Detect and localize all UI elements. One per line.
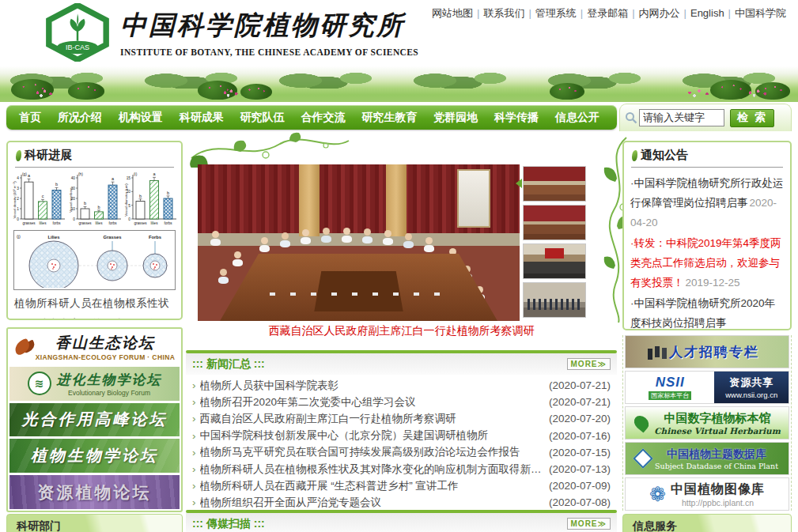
- carousel-thumbnail-assembly-photo[interactable]: [523, 243, 586, 279]
- svg-text:4: 4: [17, 176, 19, 180]
- news-item[interactable]: ›植物所组织召开全面从严治党专题会议(2020-07-08): [191, 494, 611, 511]
- nav-item[interactable]: 科研成果: [180, 111, 224, 125]
- svg-text:a: a: [111, 176, 114, 181]
- forum-banner-photosyn[interactable]: 光合作用高峰论坛: [9, 403, 180, 437]
- nsii-logo-subtitle: 国家标本平台: [649, 391, 691, 400]
- svg-text:(i): (i): [134, 172, 138, 176]
- news-date: (2020-07-15): [549, 447, 611, 458]
- notice-item[interactable]: ·转发：中科院2019年第4季度两类亮点工作筛选启动，欢迎参与有奖投票！2019…: [630, 233, 784, 292]
- forum-title: 光合作用高峰论坛: [22, 409, 168, 430]
- nav-item[interactable]: 党群园地: [433, 111, 478, 125]
- nav-item[interactable]: 机构设置: [119, 111, 163, 125]
- nav-item[interactable]: 科学传播: [494, 111, 539, 125]
- news-title[interactable]: 植物所人员获中国科学院表彰: [200, 379, 543, 393]
- root-cross-sections-diagram: (j)LiliesGrassesForbs: [14, 231, 176, 288]
- carousel-thumbnail-group-photo[interactable]: [523, 282, 586, 318]
- forum-banner-plantbio[interactable]: 植物生物学论坛: [9, 439, 180, 473]
- forum-title: 植物生物学论坛: [31, 445, 158, 466]
- news-item[interactable]: ›中国科学院科技创新发展中心（北京分院）吴建国调研植物所(2020-07-16): [191, 428, 611, 444]
- arrow-bullet-icon: ›: [192, 430, 196, 442]
- banner-text: 中国数字植物标本馆Chinese Virtual Herbarium: [654, 411, 781, 436]
- nav-item[interactable]: 首页: [19, 111, 41, 125]
- institute-title-en: INSTITUTE OF BOTANY, THE CHINESE ACADEMY…: [120, 47, 418, 57]
- research-caption-link[interactable]: 植物所科研人员在植物根系性状及其对降水变化的响应机制方面取得新进展: [8, 290, 181, 320]
- research-progress-panel: 科研进展 01234agrassescliliesbforbsVessel de…: [6, 141, 183, 320]
- svg-text:b: b: [139, 194, 142, 198]
- forum-banner-xiangshan[interactable]: 香山生态论坛XIANGSHAN-ECOLOGY FORUM · CHINA: [9, 330, 180, 364]
- top-link-3[interactable]: 管理系统: [535, 7, 577, 19]
- notice-item[interactable]: ·中国科学院植物研究所行政处运行保障管理岗位招聘启事2020-04-20: [630, 173, 784, 232]
- news-item[interactable]: ›植物所科研人员在植物根系性状及其对降水变化的响应机制方面取得新进展(2020-…: [191, 461, 611, 477]
- top-link-2[interactable]: 联系我们: [483, 7, 524, 19]
- news-title[interactable]: 中国科学院科技创新发展中心（北京分院）吴建国调研植物所: [200, 428, 543, 443]
- forum-banner-evolution[interactable]: ≋进化生物学论坛Evolutionary Biology Forum: [9, 367, 180, 401]
- top-link-5[interactable]: 内网办公: [639, 7, 680, 19]
- notice-item[interactable]: ·中国科学院植物研究所2020年度科技岗位招聘启事（2020.04.10更新）2…: [630, 293, 784, 330]
- forum-title: 资源植物论坛: [38, 481, 152, 504]
- news-title[interactable]: 植物所科研人员在植物根系性状及其对降水变化的响应机制方面取得新进展: [200, 462, 543, 477]
- flower-logo-icon: ❁: [649, 485, 666, 504]
- search-icon: [625, 111, 637, 124]
- news-item[interactable]: ›植物所人员获中国科学院表彰(2020-07-21): [191, 377, 611, 394]
- news-more-button[interactable]: MORE≫: [567, 358, 611, 370]
- arrow-bullet-icon: ›: [192, 379, 196, 391]
- nav-item[interactable]: 研究队伍: [240, 111, 285, 125]
- banner-subtitle: Chinese Virtual Herbarium: [654, 426, 781, 436]
- nav-item[interactable]: 所况介绍: [58, 111, 102, 125]
- search-button[interactable]: 检 索: [730, 109, 774, 127]
- svg-text:0: 0: [128, 217, 130, 221]
- news-title[interactable]: 植物所科研人员在西藏开展 “生态科普进乡村” 宣讲工作: [200, 479, 543, 493]
- nsii-text-block: 资源共享www.nsii.org.cn: [714, 372, 789, 403]
- nav-item[interactable]: 合作交流: [301, 111, 345, 125]
- svg-text:grasses: grasses: [22, 221, 36, 225]
- top-link-4[interactable]: 登录邮箱: [587, 7, 628, 19]
- banner-url: www.nsii.org.cn: [725, 391, 777, 399]
- news-item[interactable]: ›西藏自治区人民政府副主席江白一行赴植物所考察调研(2020-07-20): [191, 410, 611, 427]
- conference-table: [220, 254, 497, 321]
- news-item[interactable]: ›植物所马克平研究员在联合国可持续发展高级别政治论坛边会作报告(2020-07-…: [191, 444, 611, 461]
- carousel-thumbnail-meeting-photo-2[interactable]: [523, 205, 586, 240]
- table-papers: [270, 292, 448, 296]
- carousel-thumbnail-meeting-photo-1[interactable]: [523, 166, 586, 202]
- news-item[interactable]: ›植物所召开2020年第二次党委中心组学习会议(2020-07-21): [191, 394, 611, 410]
- carousel-caption-link[interactable]: 西藏自治区人民政府副主席江白一行赴植物所考察调研: [186, 324, 617, 338]
- banner-subject-database[interactable]: 中国植物主题数据库Subject Datadase of China Plant: [625, 442, 789, 475]
- news-title[interactable]: 西藏自治区人民政府副主席江白一行赴植物所考察调研: [200, 412, 543, 426]
- news-item[interactable]: ›植物所科研人员在西藏开展 “生态科普进乡村” 宣讲工作(2020-07-09): [191, 477, 611, 494]
- nav-item[interactable]: 信息公开: [555, 111, 599, 125]
- banner-nsii[interactable]: NSII国家标本平台资源共享www.nsii.org.cn: [625, 371, 789, 404]
- top-link-6[interactable]: English: [690, 7, 724, 19]
- news-title[interactable]: 植物所召开2020年第二次党委中心组学习会议: [200, 395, 543, 409]
- institute-logo[interactable]: IB-CAS 中国科学院植物研究所 INSTITUTE OF BOTANY, T…: [44, 3, 418, 62]
- news-date: (2020-07-09): [549, 480, 611, 492]
- database-logo-icon: [633, 448, 652, 468]
- top-link-1[interactable]: 网站地图: [432, 7, 473, 19]
- forum-title: 香山生态论坛: [55, 333, 155, 353]
- svg-text:(h): (h): [78, 172, 83, 176]
- mini-bar-chart-2: 010203040bgrassesbliliesaforbsVessel num…: [68, 171, 122, 229]
- pillar: [299, 164, 320, 236]
- news-title[interactable]: 植物所组织召开全面从严治党专题会议: [200, 496, 543, 510]
- forum-banner-resource[interactable]: 资源植物论坛: [9, 475, 180, 509]
- separator: |: [581, 7, 583, 19]
- news-title[interactable]: 植物所马克平研究员在联合国可持续发展高级别政治论坛边会作报告: [200, 445, 543, 459]
- media-more-button[interactable]: MORE≫: [567, 518, 611, 530]
- banner-recruitment[interactable]: 人才招聘专栏: [625, 335, 789, 368]
- svg-text:b: b: [55, 182, 58, 187]
- carousel-prev-arrow-icon[interactable]: [516, 179, 522, 188]
- trees-decoration: [0, 68, 798, 89]
- top-link-7[interactable]: 中国科学院: [735, 7, 786, 19]
- nav-item[interactable]: 研究生教育: [361, 111, 417, 125]
- svg-text:Vessel density (10³ m⁻²): Vessel density (10³ m⁻²): [13, 181, 17, 219]
- separator: |: [632, 7, 634, 19]
- search-input[interactable]: [639, 109, 724, 126]
- main-photo[interactable]: [198, 164, 520, 321]
- notice-text[interactable]: ·中国科学院植物研究所2020年度科技岗位招聘启事（2020.04.10更新）: [630, 297, 775, 330]
- banner-virtual-herbarium[interactable]: 中国数字植物标本馆Chinese Virtual Herbarium: [625, 406, 789, 440]
- banner-title: 中国数字植物标本馆: [664, 411, 771, 426]
- forum-subtitle: Evolutionary Biology Forum: [68, 389, 150, 397]
- arrow-bullet-icon: ›: [192, 447, 196, 458]
- svg-text:(g): (g): [22, 172, 27, 176]
- news-section-title: ::: 新闻汇总 :::: [192, 357, 265, 372]
- banner-plant-image-library[interactable]: ❁中国植物图像库http://ppbc.iplant.cn: [625, 477, 789, 511]
